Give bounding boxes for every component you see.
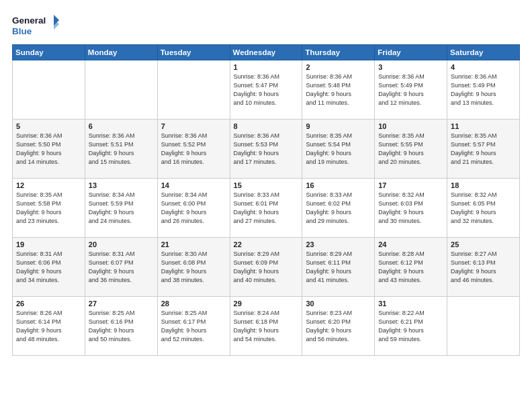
day-number: 31 [378, 300, 443, 308]
day-info: Sunrise: 8:34 AM Sunset: 5:59 PM Dayligh… [89, 191, 154, 226]
weekday-friday: Friday [375, 45, 447, 60]
day-number: 24 [378, 240, 443, 248]
calendar-cell: 7Sunrise: 8:36 AM Sunset: 5:52 PM Daylig… [157, 120, 230, 179]
calendar-cell: 24Sunrise: 8:28 AM Sunset: 6:12 PM Dayli… [375, 238, 447, 297]
calendar-cell [13, 60, 85, 120]
calendar-cell: 5Sunrise: 8:36 AM Sunset: 5:50 PM Daylig… [13, 120, 85, 179]
day-number: 8 [234, 122, 299, 130]
calendar-cell: 29Sunrise: 8:24 AM Sunset: 6:18 PM Dayli… [230, 297, 302, 356]
calendar-cell: 13Sunrise: 8:34 AM Sunset: 5:59 PM Dayli… [85, 179, 157, 238]
day-number: 5 [16, 122, 81, 130]
day-number: 29 [234, 300, 299, 308]
day-info: Sunrise: 8:29 AM Sunset: 6:09 PM Dayligh… [234, 250, 299, 285]
header: General Blue [12, 12, 520, 38]
weekday-saturday: Saturday [447, 45, 520, 60]
weekday-thursday: Thursday [302, 45, 375, 60]
day-info: Sunrise: 8:35 AM Sunset: 5:54 PM Dayligh… [306, 132, 371, 167]
day-info: Sunrise: 8:36 AM Sunset: 5:52 PM Dayligh… [161, 132, 226, 167]
week-row-1: 1Sunrise: 8:36 AM Sunset: 5:47 PM Daylig… [13, 60, 520, 120]
day-number: 27 [89, 300, 154, 308]
day-info: Sunrise: 8:36 AM Sunset: 5:47 PM Dayligh… [234, 73, 299, 107]
day-info: Sunrise: 8:35 AM Sunset: 5:57 PM Dayligh… [451, 132, 516, 167]
day-info: Sunrise: 8:32 AM Sunset: 6:03 PM Dayligh… [378, 191, 443, 226]
weekday-sunday: Sunday [13, 45, 85, 60]
day-info: Sunrise: 8:36 AM Sunset: 5:49 PM Dayligh… [378, 73, 443, 107]
day-info: Sunrise: 8:25 AM Sunset: 6:17 PM Dayligh… [161, 309, 226, 344]
svg-text:General: General [12, 15, 46, 26]
day-info: Sunrise: 8:36 AM Sunset: 5:49 PM Dayligh… [451, 73, 516, 107]
week-row-5: 26Sunrise: 8:26 AM Sunset: 6:14 PM Dayli… [13, 297, 520, 356]
day-number: 26 [16, 300, 81, 308]
calendar-cell: 2Sunrise: 8:36 AM Sunset: 5:48 PM Daylig… [302, 60, 375, 120]
calendar-cell: 21Sunrise: 8:30 AM Sunset: 6:08 PM Dayli… [157, 238, 230, 297]
calendar-cell: 20Sunrise: 8:31 AM Sunset: 6:07 PM Dayli… [85, 238, 157, 297]
day-number: 28 [161, 300, 226, 308]
calendar-cell: 25Sunrise: 8:27 AM Sunset: 6:13 PM Dayli… [447, 238, 520, 297]
calendar-cell: 19Sunrise: 8:31 AM Sunset: 6:06 PM Dayli… [13, 238, 85, 297]
day-number: 20 [89, 240, 154, 248]
day-number: 2 [306, 63, 371, 71]
calendar-cell: 23Sunrise: 8:29 AM Sunset: 6:11 PM Dayli… [302, 238, 375, 297]
calendar-cell: 11Sunrise: 8:35 AM Sunset: 5:57 PM Dayli… [447, 120, 520, 179]
calendar-cell: 1Sunrise: 8:36 AM Sunset: 5:47 PM Daylig… [230, 60, 302, 120]
day-info: Sunrise: 8:33 AM Sunset: 6:02 PM Dayligh… [306, 191, 371, 226]
day-info: Sunrise: 8:22 AM Sunset: 6:21 PM Dayligh… [378, 309, 443, 344]
calendar-cell: 28Sunrise: 8:25 AM Sunset: 6:17 PM Dayli… [157, 297, 230, 356]
logo-svg: General Blue [12, 12, 59, 38]
calendar-cell: 27Sunrise: 8:25 AM Sunset: 6:16 PM Dayli… [85, 297, 157, 356]
page: General Blue SundayMondayTuesdayWednesda… [0, 0, 532, 411]
calendar-cell [85, 60, 157, 120]
day-number: 11 [451, 122, 516, 130]
day-info: Sunrise: 8:36 AM Sunset: 5:50 PM Dayligh… [16, 132, 81, 167]
day-number: 17 [378, 181, 443, 189]
day-number: 13 [89, 181, 154, 189]
day-info: Sunrise: 8:32 AM Sunset: 6:05 PM Dayligh… [451, 191, 516, 226]
day-info: Sunrise: 8:33 AM Sunset: 6:01 PM Dayligh… [234, 191, 299, 226]
svg-text:Blue: Blue [12, 26, 32, 36]
calendar-cell: 26Sunrise: 8:26 AM Sunset: 6:14 PM Dayli… [13, 297, 85, 356]
calendar-cell: 9Sunrise: 8:35 AM Sunset: 5:54 PM Daylig… [302, 120, 375, 179]
day-number: 9 [306, 122, 371, 130]
calendar-cell: 15Sunrise: 8:33 AM Sunset: 6:01 PM Dayli… [230, 179, 302, 238]
day-number: 7 [161, 122, 226, 130]
day-number: 4 [451, 63, 516, 71]
weekday-header-row: SundayMondayTuesdayWednesdayThursdayFrid… [13, 45, 520, 60]
day-number: 12 [16, 181, 81, 189]
day-info: Sunrise: 8:34 AM Sunset: 6:00 PM Dayligh… [161, 191, 226, 226]
calendar-cell: 10Sunrise: 8:35 AM Sunset: 5:55 PM Dayli… [375, 120, 447, 179]
calendar: SundayMondayTuesdayWednesdayThursdayFrid… [12, 44, 520, 356]
day-info: Sunrise: 8:36 AM Sunset: 5:53 PM Dayligh… [234, 132, 299, 167]
day-info: Sunrise: 8:31 AM Sunset: 6:07 PM Dayligh… [89, 250, 154, 285]
calendar-cell: 14Sunrise: 8:34 AM Sunset: 6:00 PM Dayli… [157, 179, 230, 238]
week-row-2: 5Sunrise: 8:36 AM Sunset: 5:50 PM Daylig… [13, 120, 520, 179]
day-number: 19 [16, 240, 81, 248]
calendar-cell: 30Sunrise: 8:23 AM Sunset: 6:20 PM Dayli… [302, 297, 375, 356]
calendar-cell: 8Sunrise: 8:36 AM Sunset: 5:53 PM Daylig… [230, 120, 302, 179]
day-number: 22 [234, 240, 299, 248]
day-info: Sunrise: 8:29 AM Sunset: 6:11 PM Dayligh… [306, 250, 371, 285]
weekday-wednesday: Wednesday [230, 45, 302, 60]
calendar-cell: 18Sunrise: 8:32 AM Sunset: 6:05 PM Dayli… [447, 179, 520, 238]
day-info: Sunrise: 8:26 AM Sunset: 6:14 PM Dayligh… [16, 309, 81, 344]
day-number: 14 [161, 181, 226, 189]
day-info: Sunrise: 8:25 AM Sunset: 6:16 PM Dayligh… [89, 309, 154, 344]
logo: General Blue [12, 12, 59, 38]
day-info: Sunrise: 8:23 AM Sunset: 6:20 PM Dayligh… [306, 309, 371, 344]
day-number: 1 [234, 63, 299, 71]
day-info: Sunrise: 8:28 AM Sunset: 6:12 PM Dayligh… [378, 250, 443, 285]
calendar-cell: 31Sunrise: 8:22 AM Sunset: 6:21 PM Dayli… [375, 297, 447, 356]
calendar-cell [447, 297, 520, 356]
day-info: Sunrise: 8:36 AM Sunset: 5:48 PM Dayligh… [306, 73, 371, 107]
calendar-cell: 4Sunrise: 8:36 AM Sunset: 5:49 PM Daylig… [447, 60, 520, 120]
day-number: 15 [234, 181, 299, 189]
calendar-cell: 3Sunrise: 8:36 AM Sunset: 5:49 PM Daylig… [375, 60, 447, 120]
calendar-cell: 22Sunrise: 8:29 AM Sunset: 6:09 PM Dayli… [230, 238, 302, 297]
day-info: Sunrise: 8:36 AM Sunset: 5:51 PM Dayligh… [89, 132, 154, 167]
day-number: 25 [451, 240, 516, 248]
calendar-cell: 16Sunrise: 8:33 AM Sunset: 6:02 PM Dayli… [302, 179, 375, 238]
day-number: 16 [306, 181, 371, 189]
day-info: Sunrise: 8:30 AM Sunset: 6:08 PM Dayligh… [161, 250, 226, 285]
week-row-3: 12Sunrise: 8:35 AM Sunset: 5:58 PM Dayli… [13, 179, 520, 238]
weekday-monday: Monday [85, 45, 157, 60]
day-number: 30 [306, 300, 371, 308]
